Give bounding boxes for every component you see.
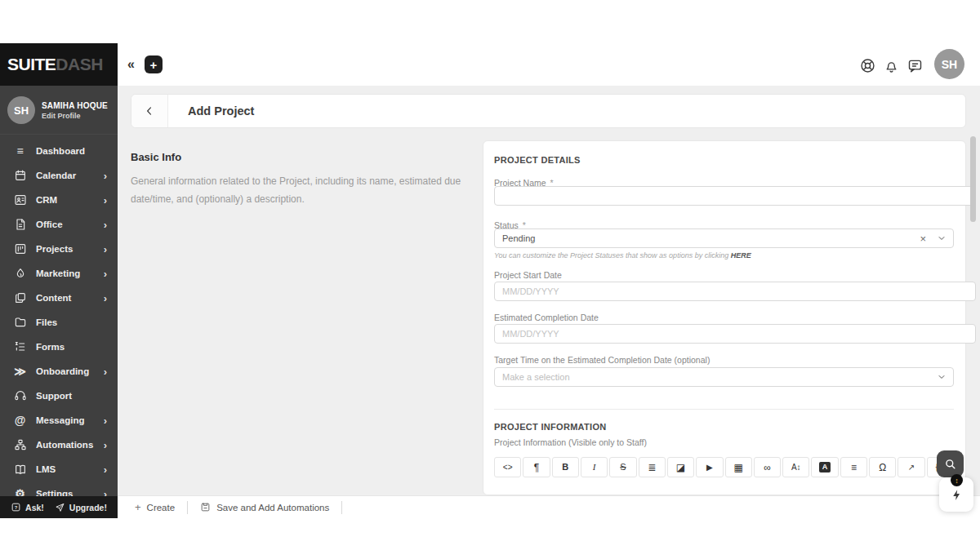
floating-search-button[interactable]: [937, 450, 964, 477]
at-icon: @: [13, 414, 27, 428]
align-button[interactable]: ≡: [840, 457, 867, 477]
project-name-input[interactable]: [494, 186, 976, 206]
bullet-list-button[interactable]: ≣: [639, 457, 666, 477]
content-area: Add Project Basic Info General informati…: [118, 86, 980, 495]
rich-text-toolbar: <> ¶ B I S ≣ ◪ ▶ ▦ ∞ A↕ A ≡ Ω ↗: [494, 457, 954, 477]
sidebar-item-files[interactable]: Files: [0, 310, 118, 335]
folder-icon: [13, 316, 27, 330]
sidebar-item-lms[interactable]: LMS ›: [0, 457, 118, 481]
code-button[interactable]: <>: [494, 457, 521, 477]
create-label: Create: [147, 503, 176, 512]
sidebar-item-label: LMS: [36, 464, 56, 474]
menu-icon: ≡: [13, 144, 27, 158]
bold-button[interactable]: B: [552, 457, 579, 477]
project-info-label: Project Information (Visible only to Sta…: [494, 437, 954, 447]
sidebar-item-automations[interactable]: Automations ›: [0, 433, 118, 457]
target-time-label: Target Time on the Estimated Completion …: [494, 355, 954, 365]
gear-icon: ⚙: [13, 487, 27, 497]
basic-info-description: General information related to the Proje…: [131, 172, 486, 208]
calendar-icon: [13, 169, 27, 183]
profile-name: SAMIHA HOQUE: [42, 101, 108, 110]
upgrade-label: Upgrade!: [69, 503, 107, 512]
save-and-add-automations-button[interactable]: Save and Add Automations: [200, 502, 329, 512]
sidebar-item-calendar[interactable]: Calendar ›: [0, 163, 118, 188]
highlight-button[interactable]: A: [811, 457, 838, 477]
special-character-button[interactable]: Ω: [869, 457, 896, 477]
widget-updown-badge[interactable]: ↕: [951, 474, 963, 486]
font-size-button[interactable]: A↕: [782, 457, 809, 477]
chevron-right-icon: ›: [104, 220, 107, 230]
ask-label: Ask!: [25, 503, 44, 512]
strikethrough-button[interactable]: S: [609, 457, 636, 477]
upgrade-button[interactable]: Upgrade!: [55, 502, 107, 512]
completion-date-input[interactable]: [494, 324, 976, 344]
status-helper-link[interactable]: HERE: [731, 251, 751, 260]
contact-card-icon: [13, 193, 27, 207]
sidebar-item-label: Settings: [36, 489, 73, 496]
sidebar-item-label: Automations: [36, 440, 93, 450]
target-time-select[interactable]: Make a selection: [494, 367, 954, 387]
user-avatar[interactable]: SH: [934, 49, 964, 79]
section-divider: [494, 409, 954, 410]
sidebar-item-support[interactable]: Support: [0, 384, 118, 408]
sidebar-nav: ≡ Dashboard Calendar › CRM › Office ›: [0, 135, 118, 496]
messages-chat-icon[interactable]: [906, 57, 924, 74]
logo-dash: DASH: [56, 55, 103, 74]
main-area: « + SH Add Project: [118, 43, 980, 518]
ask-button[interactable]: ? Ask!: [11, 502, 44, 512]
sidebar-item-label: Support: [36, 391, 72, 401]
save-icon: [200, 502, 211, 512]
image-button[interactable]: ◪: [667, 457, 694, 477]
sidebar-item-label: Marketing: [36, 268, 80, 278]
sidebar-item-crm[interactable]: CRM ›: [0, 188, 118, 212]
notifications-bell-icon[interactable]: [883, 57, 900, 74]
chevron-right-icon: ›: [104, 195, 107, 206]
document-icon: [13, 218, 27, 232]
sidebar-item-forms[interactable]: Forms: [0, 335, 118, 359]
italic-button[interactable]: I: [581, 457, 608, 477]
chevron-right-icon: ›: [104, 464, 107, 475]
section-description: Basic Info General information related t…: [131, 151, 486, 208]
sidebar-item-label: CRM: [36, 195, 57, 205]
sidebar-item-projects[interactable]: Projects ›: [0, 237, 118, 261]
completion-date-label: Estimated Completion Date: [494, 313, 954, 322]
chevron-right-icon: ›: [104, 440, 107, 450]
scrollbar-thumb[interactable]: [970, 136, 976, 222]
sidebar-item-settings[interactable]: ⚙ Settings ›: [0, 481, 118, 496]
rocket-icon: [55, 502, 65, 512]
status-select[interactable]: Pending ×: [494, 228, 954, 248]
highlight-glyph: A: [819, 462, 831, 472]
save-label: Save and Add Automations: [216, 503, 329, 512]
layers-icon: [13, 291, 27, 305]
video-button[interactable]: ▶: [696, 457, 723, 477]
create-button[interactable]: + Create: [135, 501, 175, 513]
link-button[interactable]: ∞: [754, 457, 781, 477]
avatar[interactable]: SH: [7, 96, 35, 124]
back-button[interactable]: [131, 95, 168, 127]
chevron-right-icon: ›: [104, 415, 107, 426]
table-button[interactable]: ▦: [725, 457, 752, 477]
sidebar-item-content[interactable]: Content ›: [0, 286, 118, 310]
sidebar-item-label: Onboarding: [36, 366, 89, 376]
profile-meta: SAMIHA HOQUE Edit Profile: [42, 101, 108, 120]
suitedash-logo[interactable]: SUITEDASH: [0, 43, 118, 86]
help-lifebuoy-icon[interactable]: [859, 57, 876, 74]
page: SUITEDASH SH SAMIHA HOQUE Edit Profile ≡…: [0, 0, 980, 559]
sidebar-item-office[interactable]: Office ›: [0, 212, 118, 237]
paragraph-button[interactable]: ¶: [523, 457, 550, 477]
sidebar-collapse-button[interactable]: «: [127, 56, 135, 72]
status-helper-text: You can customize the Project Statuses t…: [494, 251, 954, 260]
sidebar-item-messaging[interactable]: @ Messaging ›: [0, 408, 118, 433]
start-date-input[interactable]: [494, 282, 976, 301]
clear-status-icon[interactable]: ×: [920, 233, 926, 244]
quick-add-button[interactable]: +: [145, 55, 163, 73]
sidebar-item-dashboard[interactable]: ≡ Dashboard: [0, 139, 118, 163]
double-chevron-icon: ≫: [13, 365, 27, 379]
chevron-right-icon: ›: [104, 489, 107, 497]
sidebar-item-label: Forms: [36, 342, 65, 352]
chevron-right-icon: ›: [104, 171, 107, 181]
sidebar-item-onboarding[interactable]: ≫ Onboarding ›: [0, 359, 118, 384]
edit-profile-link[interactable]: Edit Profile: [42, 112, 108, 120]
fullscreen-button[interactable]: ↗: [898, 457, 924, 477]
sidebar-item-marketing[interactable]: Marketing ›: [0, 261, 118, 286]
